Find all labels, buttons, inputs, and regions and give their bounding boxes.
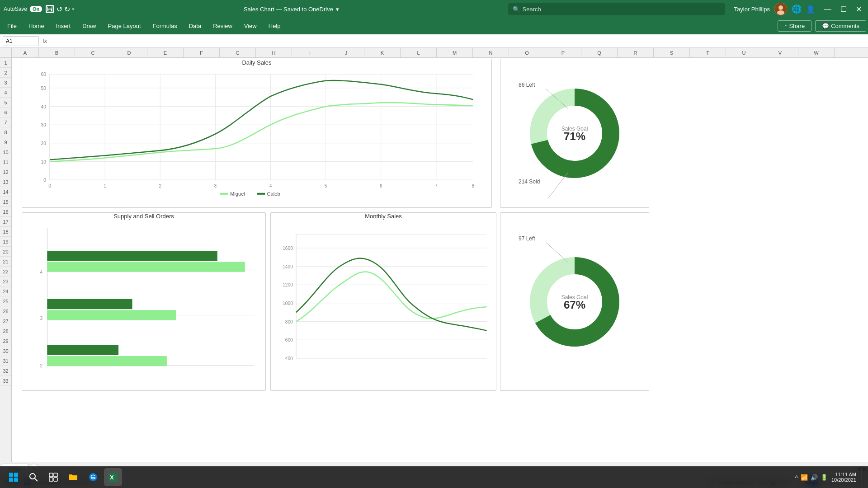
row-28[interactable]: 28 — [0, 326, 11, 336]
col-W[interactable]: W — [798, 48, 835, 57]
col-K[interactable]: K — [364, 48, 401, 57]
row-22[interactable]: 22 — [0, 267, 11, 277]
col-M[interactable]: M — [437, 48, 473, 57]
row-30[interactable]: 30 — [0, 346, 11, 356]
col-S[interactable]: S — [654, 48, 690, 57]
maximize-button[interactable]: ☐ — [838, 5, 849, 14]
col-N[interactable]: N — [473, 48, 509, 57]
menu-review[interactable]: Review — [208, 21, 238, 31]
avatar[interactable] — [774, 3, 787, 15]
supply-sell-chart[interactable]: Supply and Sell Orders 2 3 4 — [22, 212, 266, 391]
corner-cell[interactable] — [0, 48, 12, 57]
globe-icon[interactable]: 🌐 — [792, 4, 802, 14]
row-29[interactable]: 29 — [0, 336, 11, 346]
row-17[interactable]: 17 — [0, 217, 11, 227]
chevron-up-icon[interactable]: ^ — [795, 474, 798, 481]
row-1[interactable]: 1 — [0, 58, 11, 68]
row-5[interactable]: 5 — [0, 98, 11, 108]
profile-icon[interactable]: 👤 — [806, 5, 815, 14]
sales-goal-1-chart[interactable]: Sales Goal 71% 86 Left 214 Sold — [500, 59, 649, 208]
search-taskbar-button[interactable] — [24, 468, 42, 486]
row-25[interactable]: 25 — [0, 296, 11, 306]
row-18[interactable]: 18 — [0, 227, 11, 237]
row-31[interactable]: 31 — [0, 356, 11, 366]
col-G[interactable]: G — [220, 48, 256, 57]
row-16[interactable]: 16 — [0, 207, 11, 217]
edge-browser-button[interactable] — [84, 468, 102, 486]
redo-button[interactable]: ↻ — [64, 5, 70, 14]
row-14[interactable]: 14 — [0, 187, 11, 197]
menu-insert[interactable]: Insert — [51, 21, 76, 31]
col-D[interactable]: D — [111, 48, 147, 57]
excel-taskbar-button[interactable]: X — [104, 468, 122, 486]
cell-reference-input[interactable] — [3, 36, 39, 46]
row-26[interactable]: 26 — [0, 306, 11, 316]
menu-file[interactable]: File — [2, 21, 22, 31]
row-23[interactable]: 23 — [0, 277, 11, 286]
row-27[interactable]: 27 — [0, 316, 11, 326]
menu-page-layout[interactable]: Page Layout — [103, 21, 146, 31]
col-L[interactable]: L — [401, 48, 437, 57]
col-P[interactable]: P — [545, 48, 581, 57]
monthly-sales-chart[interactable]: Monthly Sales 400 — [270, 212, 496, 391]
battery-icon[interactable]: 🔋 — [821, 474, 828, 481]
sales-goal-2-chart[interactable]: Sales Goal 67% 97 Left — [500, 212, 649, 391]
col-C[interactable]: C — [75, 48, 111, 57]
col-V[interactable]: V — [762, 48, 798, 57]
task-view-button[interactable] — [44, 468, 62, 486]
row-24[interactable]: 24 — [0, 286, 11, 296]
menu-data[interactable]: Data — [184, 21, 207, 31]
menu-draw[interactable]: Draw — [77, 21, 101, 31]
save-icon[interactable] — [46, 5, 54, 13]
menu-help[interactable]: Help — [263, 21, 286, 31]
menu-view[interactable]: View — [239, 21, 262, 31]
search-bar[interactable]: 🔍 Search — [508, 3, 725, 15]
col-A[interactable]: A — [12, 48, 39, 57]
col-R[interactable]: R — [618, 48, 654, 57]
close-button[interactable]: ✕ — [853, 5, 864, 14]
row-15[interactable]: 15 — [0, 197, 11, 207]
undo-button[interactable]: ↺ — [57, 5, 62, 14]
clock-area[interactable]: 11:11 AM 10/20/2021 — [831, 472, 856, 483]
minimize-button[interactable]: — — [821, 5, 834, 14]
col-B[interactable]: B — [39, 48, 75, 57]
menu-formulas[interactable]: Formulas — [147, 21, 183, 31]
col-T[interactable]: T — [690, 48, 726, 57]
network-icon[interactable]: 📶 — [801, 474, 808, 481]
row-6[interactable]: 6 — [0, 108, 11, 117]
menu-home[interactable]: Home — [23, 21, 50, 31]
show-desktop-button[interactable] — [862, 468, 864, 486]
file-dropdown[interactable]: ▾ — [336, 6, 339, 13]
file-explorer-button[interactable] — [64, 468, 82, 486]
row-19[interactable]: 19 — [0, 237, 11, 247]
share-button[interactable]: ↑ Share — [778, 20, 811, 32]
volume-icon[interactable]: 🔊 — [811, 474, 818, 481]
row-7[interactable]: 7 — [0, 117, 11, 127]
row-13[interactable]: 13 — [0, 177, 11, 187]
row-2[interactable]: 2 — [0, 68, 11, 78]
daily-sales-chart[interactable]: Daily Sales — [22, 59, 492, 208]
row-32[interactable]: 32 — [0, 366, 11, 376]
formula-input[interactable] — [51, 36, 865, 46]
row-21[interactable]: 21 — [0, 257, 11, 267]
row-20[interactable]: 20 — [0, 247, 11, 257]
windows-start-button[interactable] — [5, 468, 23, 486]
row-9[interactable]: 9 — [0, 137, 11, 147]
row-33[interactable]: 33 — [0, 376, 11, 386]
col-E[interactable]: E — [147, 48, 184, 57]
row-10[interactable]: 10 — [0, 147, 11, 157]
col-O[interactable]: O — [509, 48, 545, 57]
comments-button[interactable]: 💬 Comments — [815, 20, 866, 32]
col-U[interactable]: U — [726, 48, 762, 57]
row-3[interactable]: 3 — [0, 78, 11, 88]
row-4[interactable]: 4 — [0, 88, 11, 98]
row-12[interactable]: 12 — [0, 167, 11, 177]
autosave-toggle[interactable]: On — [30, 6, 42, 12]
col-J[interactable]: J — [328, 48, 364, 57]
row-8[interactable]: 8 — [0, 127, 11, 137]
row-11[interactable]: 11 — [0, 157, 11, 167]
col-F[interactable]: F — [184, 48, 220, 57]
col-H[interactable]: H — [256, 48, 292, 57]
col-Q[interactable]: Q — [581, 48, 618, 57]
col-I[interactable]: I — [292, 48, 328, 57]
